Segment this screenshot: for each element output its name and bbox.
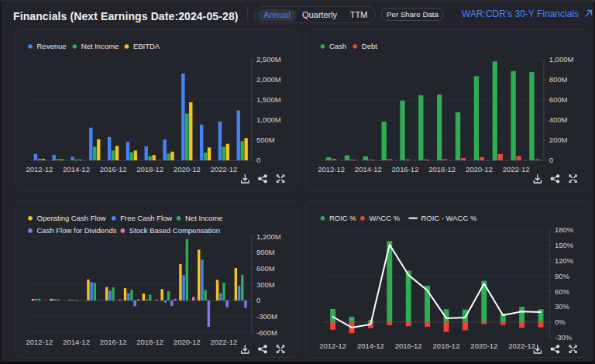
svg-text:1,500M: 1,500M [256,95,281,104]
svg-text:Revenue: Revenue [37,42,67,50]
svg-text:180%: 180% [555,225,574,234]
svg-text:ROIC %: ROIC % [329,214,356,222]
svg-text:60%: 60% [555,287,570,296]
svg-text:2016-12: 2016-12 [100,165,127,173]
svg-text:2,000M: 2,000M [256,75,281,84]
svg-text:Net Income: Net Income [81,42,119,50]
svg-text:2022-12: 2022-12 [210,338,237,346]
svg-text:2020-12: 2020-12 [470,342,497,350]
svg-text:ROIC - WACC %: ROIC - WACC % [421,214,477,222]
svg-text:200M: 200M [549,136,568,144]
svg-text:2018-12: 2018-12 [136,165,163,173]
svg-text:2012-12: 2012-12 [319,342,346,350]
svg-text:2012-12: 2012-12 [26,338,53,346]
svg-text:Operating Cash Flow: Operating Cash Flow [37,214,106,222]
svg-text:2012-12: 2012-12 [26,165,53,173]
svg-text:WACC %: WACC % [369,214,400,222]
svg-text:2016-12: 2016-12 [100,338,127,346]
svg-text:0%: 0% [555,318,566,326]
svg-text:2014-12: 2014-12 [357,342,384,350]
svg-text:Free Cash Flow: Free Cash Flow [120,214,172,222]
svg-text:2016-12: 2016-12 [392,165,419,173]
svg-text:1,000M: 1,000M [256,115,281,124]
svg-text:2018-12: 2018-12 [433,342,460,350]
svg-text:90%: 90% [555,272,570,280]
svg-text:900M: 900M [256,248,275,256]
svg-text:2018-12: 2018-12 [428,165,456,173]
svg-text:Cash Flow for Dividends: Cash Flow for Dividends [37,226,117,235]
svg-text:800M: 800M [549,75,568,84]
svg-text:0: 0 [549,156,553,164]
svg-text:30%: 30% [555,302,570,311]
svg-text:2014-12: 2014-12 [63,165,90,173]
svg-text:600M: 600M [549,95,568,104]
svg-text:2014-12: 2014-12 [355,165,382,173]
svg-text:2014-12: 2014-12 [63,338,90,346]
svg-text:2018-12: 2018-12 [136,338,163,346]
svg-text:2016-12: 2016-12 [395,342,422,350]
svg-text:120%: 120% [555,256,574,265]
svg-text:Stock Based Compensation: Stock Based Compensation [129,226,220,235]
svg-text:Debt: Debt [362,42,377,50]
svg-text:1,200M: 1,200M [256,232,281,241]
svg-text:400M: 400M [549,115,568,124]
svg-text:2022-12: 2022-12 [503,165,530,173]
svg-text:600M: 600M [256,264,275,273]
svg-text:300M: 300M [256,280,275,289]
svg-text:2,500M: 2,500M [256,55,281,64]
svg-text:-30%: -30% [555,333,573,342]
svg-text:2022-12: 2022-12 [210,165,237,173]
svg-text:-600M: -600M [256,328,277,337]
svg-text:1,000M: 1,000M [549,55,574,64]
svg-text:2022-12: 2022-12 [508,342,535,350]
svg-text:-300M: -300M [256,312,277,321]
svg-text:150%: 150% [555,241,574,249]
svg-text:EBITDA: EBITDA [133,42,160,50]
svg-text:500M: 500M [256,136,275,144]
svg-text:0: 0 [256,296,260,304]
svg-text:2020-12: 2020-12 [466,165,493,173]
svg-text:Net Income: Net Income [185,214,223,222]
svg-text:2020-12: 2020-12 [174,338,201,346]
svg-text:2012-12: 2012-12 [318,165,345,173]
svg-text:2020-12: 2020-12 [174,165,201,173]
svg-text:0: 0 [256,156,260,164]
svg-text:Cash: Cash [329,42,346,50]
